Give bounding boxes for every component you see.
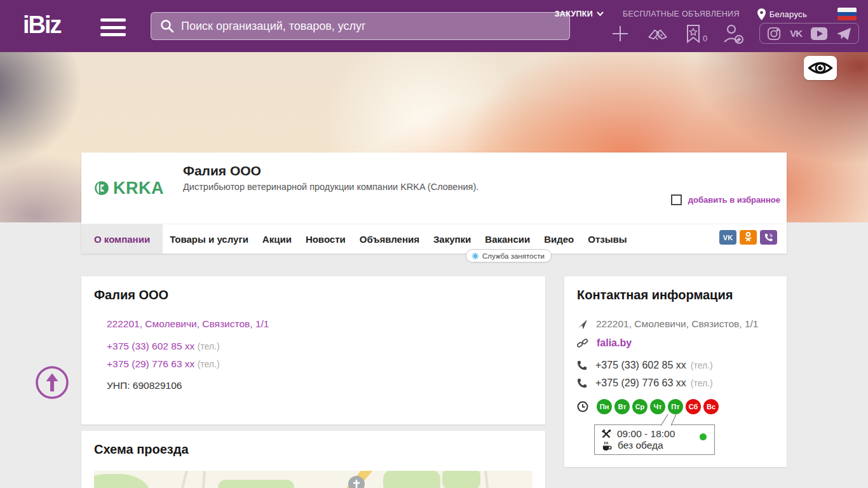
clock-icon bbox=[577, 401, 588, 412]
eye-icon bbox=[806, 58, 834, 78]
lunch-info: без обеда bbox=[618, 440, 663, 451]
tab-news[interactable]: Новости bbox=[299, 224, 353, 254]
lunch-row: без обеда bbox=[601, 440, 708, 451]
tab-products[interactable]: Товары и услуги bbox=[163, 224, 255, 254]
day-badge-sat[interactable]: Сб bbox=[686, 399, 701, 414]
handshake-icon[interactable] bbox=[645, 24, 670, 43]
header-social-links: VK bbox=[759, 23, 859, 44]
add-plus-icon[interactable] bbox=[611, 24, 630, 43]
contact-address-row: 222201, Смолевичи, Связистов, 1/1 bbox=[577, 318, 758, 330]
instagram-icon[interactable] bbox=[767, 27, 781, 41]
viber-button[interactable] bbox=[760, 230, 777, 245]
favorites-bookmark-icon[interactable]: 0 bbox=[686, 24, 707, 43]
map-road bbox=[483, 471, 496, 488]
about-company-card: Фалия ООО 222201, Смолевичи, Связистов, … bbox=[81, 276, 545, 424]
employment-service-label: Служба занятости bbox=[482, 252, 545, 260]
tab-promos[interactable]: Акции bbox=[255, 224, 299, 254]
telegram-icon[interactable] bbox=[836, 27, 851, 41]
company-unp: УНП: 690829106 bbox=[107, 380, 182, 391]
krka-logo-text: KRKA bbox=[113, 179, 164, 198]
arrow-up-icon bbox=[35, 365, 69, 400]
location-pin-icon bbox=[757, 8, 766, 20]
map-highway bbox=[304, 471, 376, 488]
top-header: iBiz ЗАКУПКИ БЕСПЛАТНЫЕ ОБЪЯВЛЕНИЯ Белар… bbox=[0, 0, 868, 52]
favorites-count: 0 bbox=[703, 34, 707, 43]
contact-website-row: falia.by bbox=[577, 337, 632, 349]
tab-ads[interactable]: Объявления bbox=[353, 224, 426, 254]
company-phone-2[interactable]: +375 (29) 776 63 xx (тел.) bbox=[107, 358, 220, 370]
krka-logo-mark-icon bbox=[94, 175, 109, 201]
add-user-icon[interactable] bbox=[722, 24, 744, 44]
hamburger-menu-icon[interactable] bbox=[100, 18, 126, 36]
map-green-area bbox=[94, 474, 151, 488]
region-label: Беларусь bbox=[770, 10, 807, 19]
purchases-menu[interactable]: ЗАКУПКИ bbox=[555, 10, 604, 18]
ibiz-logo[interactable]: iBiz bbox=[23, 11, 61, 39]
working-days: Пн Вт Ср Чт Пт Сб Вс bbox=[597, 399, 719, 414]
working-days-row: Пн Вт Ср Чт Пт Сб Вс bbox=[577, 399, 719, 414]
map-green-area bbox=[218, 480, 294, 488]
about-title: Фалия ООО bbox=[94, 288, 168, 302]
company-phone-1[interactable]: +375 (33) 602 85 xx (тел.) bbox=[107, 341, 220, 352]
contact-phone-1[interactable]: +375 (33) 602 85 xx bbox=[595, 360, 686, 371]
company-header-card: KRKA Фалия ООО Дистрибьютор ветеринарной… bbox=[81, 152, 787, 254]
chevron-down-icon bbox=[597, 11, 604, 17]
map-road bbox=[198, 471, 207, 488]
hours-row: 09:00 - 18:00 bbox=[601, 428, 708, 440]
tools-icon bbox=[601, 429, 611, 439]
day-badge-tue[interactable]: Вт bbox=[614, 399, 630, 414]
website-link[interactable]: falia.by bbox=[597, 337, 632, 349]
company-description: Дистрибьютор ветеринарной продукции комп… bbox=[183, 182, 478, 192]
region-selector[interactable]: Беларусь bbox=[757, 8, 807, 20]
directions-title: Схема проезда bbox=[94, 442, 189, 457]
youtube-icon[interactable] bbox=[811, 27, 827, 40]
navigation-arrow-icon bbox=[577, 319, 588, 330]
map-road bbox=[165, 471, 191, 488]
day-badge-thu[interactable]: Чт bbox=[650, 399, 665, 414]
link-icon bbox=[577, 339, 588, 348]
search-input[interactable] bbox=[181, 20, 569, 33]
day-badge-sun[interactable]: Вс bbox=[703, 399, 719, 414]
company-address-link[interactable]: 222201, Смолевичи, Связистов, 1/1 bbox=[107, 318, 269, 330]
map-canvas[interactable]: Пробки bbox=[94, 471, 532, 488]
search-icon bbox=[160, 19, 175, 34]
coffee-cup-icon bbox=[601, 440, 612, 451]
map-green-area bbox=[383, 471, 440, 488]
tooltip-pointer bbox=[660, 414, 685, 426]
contact-phone-row-1: +375 (33) 602 85 xx (тел.) bbox=[577, 360, 713, 371]
day-badge-fri[interactable]: Пт bbox=[668, 399, 683, 414]
tab-reviews[interactable]: Отзывы bbox=[581, 224, 634, 254]
add-to-favorites[interactable]: добавить в избранное bbox=[671, 194, 780, 205]
open-status-dot bbox=[700, 433, 707, 440]
employment-service-tooltip: Служба занятости bbox=[466, 249, 552, 262]
contact-title: Контактная информация bbox=[577, 288, 733, 302]
tab-about[interactable]: О компании bbox=[81, 224, 163, 254]
contact-address: 222201, Смолевичи, Связистов, 1/1 bbox=[596, 318, 758, 330]
purchases-label: ЗАКУПКИ bbox=[555, 10, 593, 18]
odnoklassniki-button[interactable] bbox=[740, 230, 757, 245]
header-top-links: ЗАКУПКИ БЕСПЛАТНЫЕ ОБЪЯВЛЕНИЯ Беларусь bbox=[555, 8, 857, 20]
company-logo: KRKA bbox=[94, 168, 164, 208]
page-root: iBiz ЗАКУПКИ БЕСПЛАТНЫЕ ОБЪЯВЛЕНИЯ Белар… bbox=[0, 0, 868, 488]
contact-phone-row-2: +375 (29) 776 63 xx (тел.) bbox=[577, 377, 713, 389]
company-social-buttons: VK bbox=[719, 230, 777, 245]
working-hours-tooltip: 09:00 - 18:00 без обеда bbox=[594, 424, 715, 455]
vk-share-button[interactable]: VK bbox=[719, 230, 736, 245]
working-hours: 09:00 - 18:00 bbox=[617, 428, 675, 440]
day-badge-mon[interactable]: Пн bbox=[597, 399, 612, 414]
free-ads-link[interactable]: БЕСПЛАТНЫЕ ОБЪЯВЛЕНИЯ bbox=[623, 10, 740, 18]
scroll-to-top-button[interactable] bbox=[35, 365, 69, 400]
header-action-icons: 0 VK bbox=[611, 23, 859, 44]
day-badge-wed[interactable]: Ср bbox=[632, 399, 648, 414]
phone-icon bbox=[577, 360, 587, 370]
contact-phone-2[interactable]: +375 (29) 776 63 xx bbox=[595, 377, 686, 389]
favorite-checkbox[interactable] bbox=[671, 194, 682, 205]
vk-icon[interactable]: VK bbox=[790, 28, 802, 39]
company-name: Фалия ООО bbox=[183, 163, 261, 179]
accessibility-eye-button[interactable] bbox=[804, 56, 837, 80]
favorite-label: добавить в избранное bbox=[688, 195, 780, 205]
russian-flag-icon[interactable] bbox=[837, 8, 857, 20]
employment-service-icon bbox=[471, 252, 479, 260]
map-church-marker-icon bbox=[348, 476, 365, 488]
contact-info-card: Контактная информация 222201, Смолевичи,… bbox=[564, 276, 787, 467]
